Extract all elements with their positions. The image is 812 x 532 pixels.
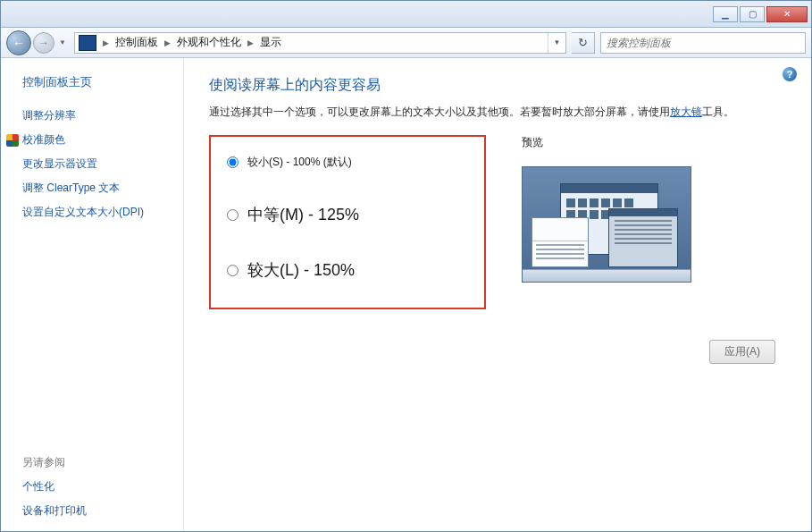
address-dropdown-icon[interactable]: ▼	[548, 33, 565, 53]
refresh-button[interactable]: ↻	[572, 32, 595, 54]
radio-medium-label: 中等(M) - 125%	[247, 204, 359, 225]
preview-window-icon	[608, 208, 678, 267]
apply-button[interactable]: 应用(A)	[709, 340, 775, 364]
sidebar-link-custom-dpi[interactable]: 设置自定义文本大小(DPI)	[22, 205, 183, 220]
address-bar[interactable]: ▶ 控制面板 ▶ 外观和个性化 ▶ 显示 ▼	[74, 32, 566, 54]
preview-image[interactable]	[522, 166, 691, 283]
forward-button[interactable]: →	[33, 32, 54, 54]
sidebar-link-display-settings[interactable]: 更改显示器设置	[22, 156, 183, 172]
page-title: 使阅读屏幕上的内容更容易	[209, 76, 786, 95]
navigation-bar: ← → ▼ ▶ 控制面板 ▶ 外观和个性化 ▶ 显示 ▼ ↻	[1, 28, 811, 58]
breadcrumb-display[interactable]: 显示	[256, 33, 285, 53]
breadcrumb-sep-icon[interactable]: ▶	[162, 38, 173, 47]
sidebar-link-resolution[interactable]: 调整分辨率	[22, 108, 183, 123]
preview-taskbar-icon	[523, 269, 691, 282]
control-panel-icon	[79, 35, 96, 51]
sidebar-link-cleartype[interactable]: 调整 ClearType 文本	[22, 181, 183, 196]
control-panel-home-link[interactable]: 控制面板主页	[22, 74, 183, 90]
magnifier-link[interactable]: 放大镜	[670, 106, 702, 118]
maximize-button[interactable]: ▢	[740, 6, 765, 22]
see-also-devices-printers[interactable]: 设备和打印机	[22, 503, 183, 519]
radio-large-label: 较大(L) - 150%	[247, 259, 355, 281]
search-input[interactable]	[600, 32, 806, 54]
help-icon[interactable]: ?	[783, 67, 797, 81]
breadcrumb-sep-icon[interactable]: ▶	[100, 38, 112, 47]
radio-small-label: 较小(S) - 100% (默认)	[247, 155, 352, 170]
main-content: ? 使阅读屏幕上的内容更容易 通过选择其中一个选项，可以更改屏幕上的文本大小以及…	[184, 58, 811, 531]
sidebar: 控制面板主页 调整分辨率 校准颜色 更改显示器设置 调整 ClearType 文…	[1, 58, 184, 531]
close-button[interactable]: ✕	[766, 6, 808, 22]
radio-option-medium[interactable]: 中等(M) - 125%	[227, 204, 463, 225]
preview-startmenu-icon	[532, 217, 589, 267]
sidebar-link-calibrate-color[interactable]: 校准颜色	[22, 132, 183, 148]
breadcrumb-appearance[interactable]: 外观和个性化	[173, 33, 245, 53]
radio-option-large[interactable]: 较大(L) - 150%	[227, 259, 463, 281]
minimize-button[interactable]: ▁	[713, 6, 738, 22]
back-button[interactable]: ←	[6, 30, 31, 55]
window-titlebar: ▁ ▢ ✕	[1, 1, 811, 28]
preview-label: 预览	[522, 135, 691, 150]
radio-small-input[interactable]	[227, 156, 239, 168]
radio-option-small[interactable]: 较小(S) - 100% (默认)	[227, 155, 463, 170]
see-also-personalization[interactable]: 个性化	[22, 479, 183, 494]
see-also-heading: 另请参阅	[22, 455, 183, 470]
breadcrumb-sep-icon[interactable]: ▶	[245, 38, 256, 47]
radio-large-input[interactable]	[227, 265, 239, 276]
breadcrumb-control-panel[interactable]: 控制面板	[112, 33, 162, 53]
page-description: 通过选择其中一个选项，可以更改屏幕上的文本大小以及其他项。若要暂时放大部分屏幕，…	[209, 104, 786, 121]
radio-medium-input[interactable]	[227, 209, 239, 221]
dpi-options-group: 较小(S) - 100% (默认) 中等(M) - 125% 较大(L) - 1…	[209, 135, 486, 309]
history-dropdown[interactable]: ▼	[56, 32, 69, 54]
